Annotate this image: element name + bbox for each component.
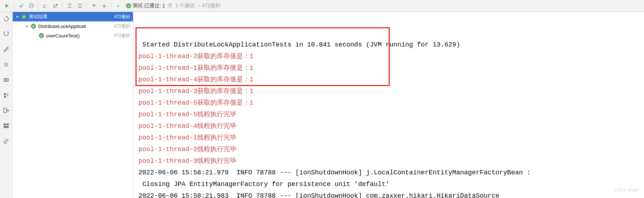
test-status-bar: 测试 已通过: 1 共 1 个测试 – 472毫秒 [126,3,221,9]
svg-rect-4 [56,4,58,5]
tree-root[interactable]: 测试结果 472毫秒 [13,12,133,21]
separator [62,2,63,9]
check-ok-icon [21,14,27,19]
svg-line-1 [30,4,33,7]
svg-rect-10 [4,93,6,95]
svg-rect-13 [4,124,6,125]
svg-text:z: z [45,6,46,8]
layout-button[interactable] [1,121,11,130]
sort-duration-button[interactable] [51,1,60,11]
svg-rect-6 [56,7,56,8]
separator [38,2,39,9]
status-passed-count: 1 [162,3,165,9]
svg-rect-14 [7,124,9,125]
separator [87,2,87,9]
tree-method-label: overCountTest() [46,33,80,39]
separator [111,2,112,9]
settings-button[interactable] [1,45,11,54]
console-line: 2022-06-06 15:58:21.979 INFO 78788 --- [… [138,167,644,178]
pin-button[interactable] [1,136,11,146]
prev-failed-button[interactable] [89,1,99,11]
console-line: Closing JPA EntityManagerFactory for per… [138,178,644,190]
more-button[interactable]: » [114,1,123,11]
svg-text:a: a [45,4,47,6]
rerun-button[interactable] [1,14,11,24]
svg-rect-15 [4,126,9,128]
tree-class-node[interactable]: DistributeLockApplicati 472毫秒 [13,21,133,31]
console-line: pool-1-thread-3获取的库存值是：1 [138,85,644,97]
stop-button[interactable] [1,60,11,69]
import-tests-button[interactable] [1,90,11,100]
exit-button[interactable] [1,106,11,115]
console-line: pool-1-thread-2获取的库存值是：1 [138,50,644,62]
console-line: pool-1-thread-1获取的库存值是：1 [138,62,644,74]
test-tree-pane: 测试结果 472毫秒 DistributeLockApplicati 472毫秒… [13,12,133,198]
console-line: Started DistributeLockApplicationTests i… [138,39,644,50]
check-ok-icon [31,24,36,29]
console-line: pool-1-thread-5线程执行完毕 [138,109,644,120]
tree-root-label: 测试结果 [29,13,48,20]
tree-class-time: 472毫秒 [114,23,130,29]
console-line: pool-1-thread-5获取的库存值是：1 [138,97,644,109]
check-ok-icon [39,33,44,38]
show-passed-button[interactable] [16,1,26,11]
run-button[interactable] [2,1,12,11]
check-ok-icon [126,3,131,8]
svg-rect-7 [4,63,8,66]
left-gutter [0,12,13,198]
console-output[interactable]: Started DistributeLockApplicationTests i… [133,12,644,198]
tree-root-time: 472毫秒 [114,14,130,20]
test-toolbar: az » 测试 已通过: 1 共 1 个测试 – 472毫秒 [0,0,644,12]
main-row: 测试结果 472毫秒 DistributeLockApplicati 472毫秒… [0,12,644,198]
separator [14,2,14,9]
status-prefix: 测试 已通过: [133,3,161,9]
status-mid: 共 [167,3,173,9]
show-ignored-button[interactable] [27,1,36,11]
watermark: CSDN @p&f° [614,184,640,196]
svg-point-9 [5,79,7,81]
chevron-down-icon [16,15,19,19]
status-total: 1 个测试 [175,3,195,9]
console-line: pool-1-thread-2线程执行完毕 [138,144,644,155]
dump-threads-button[interactable] [1,75,11,85]
sort-alpha-button[interactable]: az [41,1,50,11]
toggle-auto-test-button[interactable] [1,29,11,39]
tree-method-time: 472毫秒 [114,33,130,39]
console-line: pool-1-thread-3线程执行完毕 [138,155,644,167]
svg-rect-11 [4,96,6,98]
status-suffix: – 472毫秒 [198,3,220,9]
expand-all-button[interactable] [65,1,74,11]
console-line: pool-1-thread-1线程执行完毕 [138,132,644,144]
console-line: 2022-06-06 15:58:21.983 INFO 78788 --- [… [138,190,644,198]
chevron-down-icon [25,24,29,28]
collapse-all-button[interactable] [75,1,85,11]
tree-method-node[interactable]: overCountTest() 472毫秒 [13,31,133,40]
svg-rect-5 [56,5,57,6]
console-line: pool-1-thread-4线程执行完毕 [138,120,644,132]
console-line: pool-1-thread-4获取的库存值是：1 [138,74,644,85]
next-failed-button[interactable] [100,1,109,11]
tree-class-label: DistributeLockApplicati [38,24,86,29]
